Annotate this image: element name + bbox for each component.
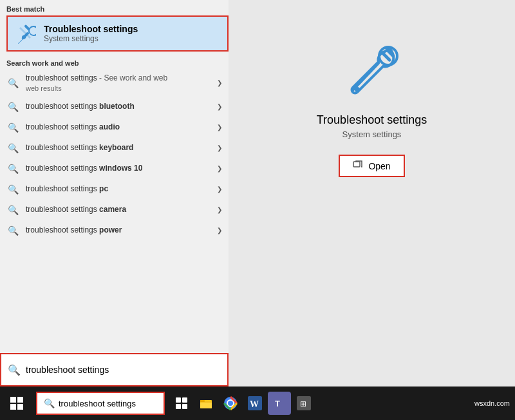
wrench-icon: [14, 22, 37, 45]
result-item-camera[interactable]: 🔍 troubleshoot settings camera ❯: [0, 200, 229, 220]
best-match-title: Troubleshoot settings: [44, 24, 138, 34]
app-title-large: Troubleshoot settings: [317, 113, 427, 127]
taskbar-search-text: troubleshoot settings: [59, 399, 136, 408]
windows-start-button[interactable]: [0, 387, 33, 420]
result-arrow-4: ❯: [217, 144, 222, 151]
right-panel: Troubleshoot settings System settings Op…: [229, 0, 515, 387]
search-results: 🔍 troubleshoot settings - See work and w…: [0, 70, 229, 353]
best-match-subtitle: System settings: [44, 34, 138, 43]
best-match-section: Best match Troubleshoot settings: [0, 0, 229, 54]
result-text-8: troubleshoot settings power: [26, 225, 214, 236]
svg-rect-9: [17, 404, 23, 410]
taskbar-search-icon: 🔍: [44, 398, 55, 408]
result-arrow-8: ❯: [217, 227, 222, 234]
svg-rect-11: [182, 397, 187, 403]
svg-rect-12: [176, 404, 181, 409]
app-icon-large: [340, 39, 404, 103]
svg-text:W: W: [250, 399, 259, 409]
chrome-icon[interactable]: [219, 392, 242, 415]
result-text-3: troubleshoot settings audio: [26, 122, 214, 133]
result-arrow-5: ❯: [217, 165, 222, 172]
result-item-bluetooth[interactable]: 🔍 troubleshoot settings bluetooth ❯: [0, 97, 229, 117]
result-item-pc[interactable]: 🔍 troubleshoot settings pc ❯: [0, 179, 229, 200]
result-text-2: troubleshoot settings bluetooth: [26, 102, 214, 112]
open-icon: [353, 160, 363, 172]
svg-rect-13: [182, 404, 187, 409]
open-button[interactable]: Open: [339, 155, 404, 177]
result-text-4: troubleshoot settings keyboard: [26, 143, 214, 153]
search-icon-7: 🔍: [6, 204, 19, 216]
search-input[interactable]: [26, 365, 221, 375]
result-item-windows10[interactable]: 🔍 troubleshoot settings windows 10 ❯: [0, 158, 229, 179]
search-icon-6: 🔍: [6, 183, 19, 196]
left-panel: Best match Troubleshoot settings: [0, 0, 229, 387]
tray-text: wsxdn.com: [474, 399, 510, 407]
search-icon-8: 🔍: [6, 224, 19, 237]
result-text-7: troubleshoot settings camera: [26, 205, 214, 215]
app-subtitle-large: System settings: [342, 129, 402, 139]
search-work-web-label: Search work and web: [0, 54, 229, 70]
result-arrow-1: ❯: [217, 79, 222, 86]
search-icon-5: 🔍: [6, 162, 19, 175]
svg-rect-10: [176, 397, 181, 403]
word-icon[interactable]: W: [243, 392, 267, 415]
result-item-power[interactable]: 🔍 troubleshoot settings power ❯: [0, 220, 229, 241]
best-match-label: Best match: [6, 5, 229, 13]
svg-rect-8: [10, 404, 16, 410]
open-label: Open: [368, 161, 390, 171]
svg-rect-16: [200, 400, 205, 402]
taskbar-search[interactable]: 🔍 troubleshoot settings: [36, 392, 165, 415]
store-icon[interactable]: ⊞: [292, 392, 315, 415]
svg-rect-0: [24, 24, 30, 31]
svg-rect-7: [17, 397, 23, 403]
result-text-1: troubleshoot settings - See work and web…: [26, 73, 214, 93]
best-match-text: Troubleshoot settings System settings: [44, 24, 138, 43]
svg-text:T: T: [275, 399, 280, 408]
start-menu: Best match Troubleshoot settings: [0, 0, 515, 387]
result-item-see-results[interactable]: 🔍 troubleshoot settings - See work and w…: [0, 70, 229, 97]
svg-text:⊞: ⊞: [300, 399, 306, 408]
result-arrow-6: ❯: [217, 186, 222, 193]
result-arrow-3: ❯: [217, 124, 222, 131]
result-item-keyboard[interactable]: 🔍 troubleshoot settings keyboard ❯: [0, 138, 229, 158]
search-icon-4: 🔍: [6, 142, 19, 155]
taskbar-right: wsxdn.com: [474, 399, 515, 407]
teams-icon[interactable]: T: [268, 392, 291, 415]
search-bar-icon: 🔍: [8, 364, 21, 376]
svg-rect-5: [353, 162, 360, 167]
result-arrow-7: ❯: [217, 206, 222, 213]
search-icon-1: 🔍: [6, 77, 19, 90]
result-text-5: troubleshoot settings windows 10: [26, 164, 214, 174]
svg-rect-15: [200, 401, 212, 408]
svg-rect-6: [10, 397, 16, 403]
search-icon-2: 🔍: [6, 100, 19, 113]
result-item-audio[interactable]: 🔍 troubleshoot settings audio ❯: [0, 117, 229, 138]
file-explorer-icon[interactable]: [194, 392, 218, 415]
task-view-icon[interactable]: [170, 392, 193, 415]
best-match-item[interactable]: Troubleshoot settings System settings: [6, 15, 229, 52]
result-arrow-2: ❯: [217, 103, 222, 110]
taskbar: 🔍 troubleshoot settings: [0, 387, 515, 420]
search-bar[interactable]: 🔍: [0, 353, 229, 387]
search-icon-3: 🔍: [6, 121, 19, 134]
taskbar-app-icons: W T ⊞: [170, 392, 315, 415]
svg-point-19: [228, 401, 233, 406]
result-text-6: troubleshoot settings pc: [26, 184, 214, 195]
